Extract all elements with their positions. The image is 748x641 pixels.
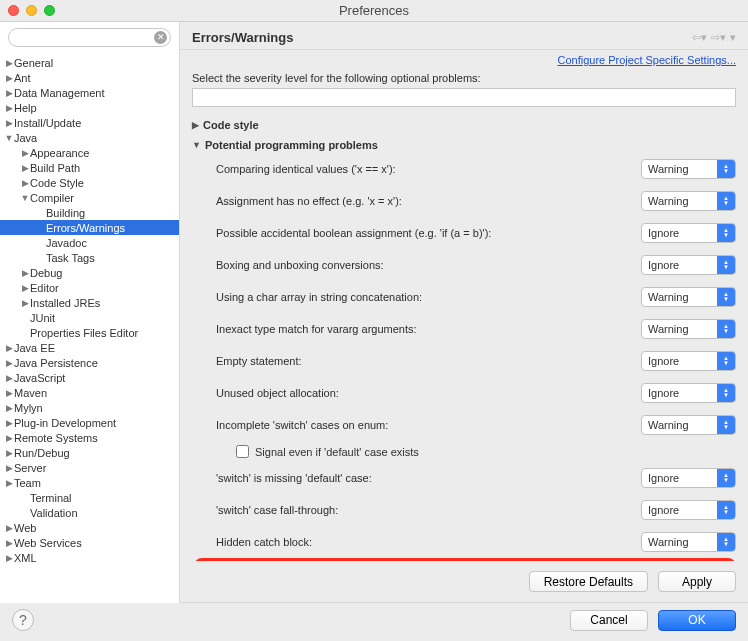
tree-item[interactable]: ▶Ant (0, 70, 179, 85)
tree-item[interactable]: ▶Help (0, 100, 179, 115)
tree-item[interactable]: ▶Web Services (0, 535, 179, 550)
section-header-code-style[interactable]: ▶ Code style (192, 117, 736, 133)
select-value: Warning (642, 160, 717, 178)
tree-arrow-icon: ▶ (4, 343, 14, 353)
tree-item[interactable]: ▶XML (0, 550, 179, 565)
severity-select[interactable]: Warning▲▼ (641, 415, 736, 435)
tree-item[interactable]: ▶Code Style (0, 175, 179, 190)
forward-icon[interactable]: ⇨▾ (711, 31, 726, 44)
tree-item[interactable]: ▶Java Persistence (0, 355, 179, 370)
minimize-icon[interactable] (26, 5, 37, 16)
back-icon[interactable]: ⇦▾ (692, 31, 707, 44)
tree-arrow-icon: ▶ (4, 463, 14, 473)
tree-arrow-icon: ▶ (4, 88, 14, 98)
tree-item[interactable]: ▶Installed JREs (0, 295, 179, 310)
tree-item[interactable]: ▶Mylyn (0, 400, 179, 415)
tree-item[interactable]: ▶Web (0, 520, 179, 535)
window-controls (8, 5, 55, 16)
severity-select[interactable]: Warning▲▼ (641, 287, 736, 307)
tree-label: Run/Debug (14, 447, 70, 459)
tree-item[interactable]: ▶Maven (0, 385, 179, 400)
section-header-potential[interactable]: ▼ Potential programming problems (192, 137, 736, 153)
tree-arrow-icon: ▶ (20, 148, 30, 158)
severity-select[interactable]: Warning▲▼ (641, 319, 736, 339)
menu-icon[interactable]: ▾ (730, 31, 736, 44)
tree-item[interactable]: JUnit (0, 310, 179, 325)
tree-item[interactable]: Task Tags (0, 250, 179, 265)
severity-select[interactable]: Ignore▲▼ (641, 383, 736, 403)
nav-tree: ▶General▶Ant▶Data Management▶Help▶Instal… (0, 53, 179, 603)
search-input[interactable] (8, 28, 171, 47)
main-panel: Errors/Warnings ⇦▾ ⇨▾ ▾ Configure Projec… (180, 22, 748, 603)
tree-item[interactable]: Building (0, 205, 179, 220)
sidebar: ✕ ▶General▶Ant▶Data Management▶Help▶Inst… (0, 22, 180, 603)
tree-arrow-icon: ▶ (4, 73, 14, 83)
severity-select[interactable]: Ignore▲▼ (641, 500, 736, 520)
severity-select[interactable]: Ignore▲▼ (641, 255, 736, 275)
restore-defaults-button[interactable]: Restore Defaults (529, 571, 648, 592)
tree-item[interactable]: ▶Appearance (0, 145, 179, 160)
select-stepper-icon: ▲▼ (717, 469, 735, 487)
ok-button[interactable]: OK (658, 610, 736, 631)
apply-button[interactable]: Apply (658, 571, 736, 592)
help-icon[interactable]: ? (12, 609, 34, 631)
tree-arrow-icon: ▶ (4, 373, 14, 383)
severity-select[interactable]: Warning▲▼ (641, 159, 736, 179)
severity-select[interactable]: Ignore▲▼ (641, 351, 736, 371)
tree-item[interactable]: ▼Java (0, 130, 179, 145)
severity-select[interactable]: Warning▲▼ (641, 191, 736, 211)
tree-item[interactable]: Terminal (0, 490, 179, 505)
tree-item[interactable]: ▶Plug-in Development (0, 415, 179, 430)
tree-arrow-icon: ▶ (20, 268, 30, 278)
select-stepper-icon: ▲▼ (717, 192, 735, 210)
tree-item[interactable]: Properties Files Editor (0, 325, 179, 340)
select-value: Ignore (642, 384, 717, 402)
tree-item[interactable]: ▶General (0, 55, 179, 70)
zoom-icon[interactable] (44, 5, 55, 16)
signal-default-checkbox-row: Signal even if 'default' case exists (192, 441, 736, 462)
tree-label: Debug (30, 267, 62, 279)
tree-item[interactable]: Validation (0, 505, 179, 520)
signal-default-checkbox[interactable] (236, 445, 249, 458)
clear-search-icon[interactable]: ✕ (154, 31, 167, 44)
configure-project-link[interactable]: Configure Project Specific Settings... (557, 54, 736, 66)
option-label: Empty statement: (216, 355, 302, 367)
severity-select[interactable]: Ignore▲▼ (641, 223, 736, 243)
tree-item[interactable]: ▶Java EE (0, 340, 179, 355)
severity-select[interactable]: Ignore▲▼ (641, 468, 736, 488)
tree-item[interactable]: Javadoc (0, 235, 179, 250)
section-potential: ▼ Potential programming problems Compari… (192, 137, 736, 561)
configure-link-row: Configure Project Specific Settings... (180, 50, 748, 72)
tree-item[interactable]: ▼Compiler (0, 190, 179, 205)
option-label: Inexact type match for vararg arguments: (216, 323, 417, 335)
tree-arrow-icon: ▶ (4, 388, 14, 398)
tree-item[interactable]: ▶Team (0, 475, 179, 490)
select-stepper-icon: ▲▼ (717, 160, 735, 178)
tree-item[interactable]: ▶Build Path (0, 160, 179, 175)
option-label: 'switch' is missing 'default' case: (216, 472, 372, 484)
select-stepper-icon: ▲▼ (717, 533, 735, 551)
option-row: Hidden catch block:Warning▲▼ (192, 526, 736, 558)
select-stepper-icon: ▲▼ (717, 224, 735, 242)
main-body: Select the severity level for the follow… (180, 72, 748, 561)
tree-label: Building (46, 207, 85, 219)
select-stepper-icon: ▲▼ (717, 384, 735, 402)
tree-item[interactable]: ▶Server (0, 460, 179, 475)
tree-item[interactable]: ▶Data Management (0, 85, 179, 100)
severity-select[interactable]: Warning▲▼ (641, 532, 736, 552)
tree-item[interactable]: Errors/Warnings (0, 220, 179, 235)
tree-item[interactable]: ▶Debug (0, 265, 179, 280)
tree-item[interactable]: ▶Run/Debug (0, 445, 179, 460)
cancel-button[interactable]: Cancel (570, 610, 648, 631)
tree-item[interactable]: ▶JavaScript (0, 370, 179, 385)
tree-item[interactable]: ▶Remote Systems (0, 430, 179, 445)
filter-input[interactable] (192, 88, 736, 107)
section-title: Code style (203, 119, 259, 131)
tree-label: Java (14, 132, 37, 144)
option-row: Using a char array in string concatenati… (192, 281, 736, 313)
select-value: Warning (642, 416, 717, 434)
tree-item[interactable]: ▶Editor (0, 280, 179, 295)
tree-item[interactable]: ▶Install/Update (0, 115, 179, 130)
close-icon[interactable] (8, 5, 19, 16)
tree-label: Terminal (30, 492, 72, 504)
